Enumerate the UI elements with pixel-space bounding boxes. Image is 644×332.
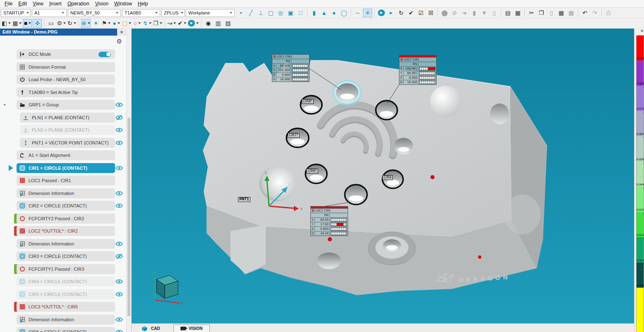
command-pill[interactable]: FCFCIRTY1 Passed : CIR3 <box>17 264 115 274</box>
menu-view[interactable]: View <box>30 0 46 7</box>
bookmark-icon[interactable]: ▮ <box>470 9 479 17</box>
dropdown-arrow-icon[interactable] <box>129 22 131 24</box>
pattern-icon[interactable]: ▦ <box>567 9 576 17</box>
command-pill[interactable]: Dimension Information <box>17 315 115 325</box>
command-row-11[interactable]: LOC1 Passed : CIR1 <box>0 176 126 185</box>
eye-visible-icon[interactable] <box>115 329 123 332</box>
torus-feature-icon[interactable]: ◯ <box>339 9 348 17</box>
command-pill[interactable]: A1 = Start Alignment <box>17 150 115 160</box>
probe-dropdown[interactable]: NEW5_BY_50 <box>68 9 121 17</box>
eye-visible-icon[interactable] <box>115 203 123 209</box>
command-pill[interactable]: PLN1 = PLANE (CONTACT) <box>20 113 115 123</box>
dropdown-arrow-icon[interactable] <box>138 22 141 24</box>
print-icon[interactable]: ⎙ <box>604 9 613 17</box>
command-row-15[interactable]: LOC2 *OUTTOL* : CIR2 <box>0 226 126 236</box>
dropdown-arrow-icon[interactable] <box>74 22 76 24</box>
dropdown-arrow-icon[interactable] <box>184 22 186 24</box>
command-row-6[interactable]: PLN1 = PLANE (CONTACT) <box>0 113 126 123</box>
command-pill[interactable]: CIR1 = CIRCLE (CONTACT) <box>17 163 115 173</box>
mark-icon[interactable]: ✔ <box>406 9 416 17</box>
command-pill[interactable]: FCFCIRTY2 Passed : CIR2 <box>17 214 115 224</box>
eye-visible-icon[interactable] <box>115 127 123 133</box>
square-slot-feature-icon[interactable]: ▣ <box>286 9 295 17</box>
command-row-7[interactable]: PLN2 = PLANE (CONTACT) <box>0 125 126 135</box>
dropdown-arrow-icon[interactable] <box>108 22 111 24</box>
gear-icon[interactable]: ⚙ <box>117 38 122 45</box>
command-row-19[interactable]: CIR4 = CIRCLE (CONTACT) <box>0 277 126 286</box>
view-orientation-icon[interactable]: ⊕ <box>81 19 91 28</box>
command-pill[interactable]: CIR6 = CIRCLE (CONTACT) <box>17 327 115 332</box>
command-row-9[interactable]: A1 = Start Alignment <box>0 150 126 160</box>
command-pill[interactable]: CIR3 = CIRCLE (CONTACT) <box>17 251 115 261</box>
dropdown-arrow-icon[interactable] <box>19 22 22 24</box>
dropdown-arrow-icon[interactable] <box>88 22 90 24</box>
pan-view-icon[interactable]: ✜ <box>33 19 42 28</box>
gage-panel-icon[interactable]: ▥ <box>214 19 223 28</box>
clip-planes-icon[interactable]: ❐ <box>153 19 163 28</box>
auto-feature-icon[interactable]: ✳ <box>363 9 372 17</box>
dropdown-arrow-icon[interactable] <box>8 22 11 24</box>
command-pill[interactable]: CIR4 = CIRCLE (CONTACT) <box>17 277 115 286</box>
eye-hidden-icon[interactable] <box>115 253 123 259</box>
cylinder-feature-icon[interactable]: ▮ <box>310 9 319 17</box>
feature-tag-pnt1[interactable]: PNT1 <box>238 197 250 202</box>
panel-scrollbar[interactable] <box>126 29 132 332</box>
dropdown-arrow-icon[interactable] <box>149 22 151 24</box>
command-pill[interactable]: Load Probe - NEW5_BY_50 <box>17 75 115 84</box>
command-row-17[interactable]: CIR3 = CIRCLE (CONTACT) <box>0 251 126 261</box>
gage-square-icon[interactable]: ▢ <box>122 19 132 28</box>
command-pill[interactable]: T1A0B0 = Set Active Tip <box>17 87 115 97</box>
point-feature-icon[interactable]: ● <box>236 9 245 17</box>
dropdown-arrow-icon[interactable] <box>173 22 176 24</box>
execute-from-cursor-icon[interactable]: ▶ <box>387 9 396 17</box>
report-panel-icon[interactable]: ▧ <box>223 19 233 28</box>
loc3-label[interactable]: LOC3 CIR5MSX80.00Y17.00Z0.000D16.40 <box>310 206 348 236</box>
command-row-21[interactable]: LOC3 *OUTTOL* : CIR5 <box>0 302 126 312</box>
menu-operation[interactable]: Operation <box>65 0 92 7</box>
comment-icon[interactable]: ▭ <box>46 19 55 28</box>
graph-analysis-icon[interactable]: ↯ <box>142 19 152 28</box>
panel-close-icon[interactable]: ✕ <box>117 29 126 36</box>
gage-circle-icon[interactable]: ○ <box>132 19 142 28</box>
command-pill[interactable]: DCC Mode <box>17 49 115 59</box>
plane-feature-icon[interactable]: ⊥ <box>256 9 265 17</box>
command-row-4[interactable]: T1A0B0 = Set Active Tip <box>0 87 126 97</box>
colorbar-close-icon[interactable]: ✕ <box>640 29 644 33</box>
tree-expand-icon[interactable]: ▾ <box>4 103 6 107</box>
tip-dropdown[interactable]: T1A0B0 <box>122 9 160 17</box>
insert-bookmark-icon[interactable]: ▼ <box>480 9 489 17</box>
workplane-dropdown[interactable]: ZPLUS <box>161 9 185 17</box>
remove-breakpoint-icon[interactable]: ⊘ <box>450 9 459 17</box>
menu-vision[interactable]: Vision <box>92 0 111 7</box>
eye-visible-icon[interactable] <box>115 317 123 322</box>
cad-translate-icon[interactable]: ◧ <box>1 19 11 28</box>
round-slot-feature-icon[interactable]: ▢ <box>266 9 275 17</box>
menu-help[interactable]: Help <box>135 0 151 7</box>
paste-icon[interactable]: ▯ <box>547 9 556 17</box>
cone-feature-icon[interactable]: ▲ <box>320 9 329 17</box>
remove-bookmark-icon[interactable]: ▯ <box>490 9 499 17</box>
dropdown-arrow-icon[interactable] <box>63 22 66 24</box>
command-row-10[interactable]: CIR1 = CIRCLE (CONTACT) <box>0 163 126 173</box>
sphere-feature-icon[interactable]: ● <box>329 9 339 17</box>
eye-visible-icon[interactable] <box>115 291 123 297</box>
command-row-8[interactable]: PNT1 = VECTOR POINT (CONTACT) <box>0 138 126 148</box>
rotate-view-icon[interactable]: ↻ <box>67 19 77 28</box>
command-pill[interactable]: LOC2 *OUTTOL* : CIR2 <box>17 226 115 236</box>
quick-feature-icon[interactable]: ⚑ <box>101 19 111 28</box>
edit-window-icon[interactable]: ▤ <box>503 9 512 17</box>
breakpoint-icon[interactable]: ⬤ <box>440 9 449 17</box>
command-pill[interactable]: CIR2 = CIRCLE (CONTACT) <box>17 201 115 211</box>
probe-path-icon[interactable]: ↝ <box>167 19 177 28</box>
command-pill[interactable]: PNT1 = VECTOR POINT (CONTACT) <box>20 138 115 148</box>
collision-detect-icon[interactable]: ✔ <box>177 19 187 28</box>
feature-tag-cir6[interactable]: CIR6* <box>306 168 318 173</box>
alignment-dropdown[interactable]: A1 <box>32 9 67 17</box>
dropdown-arrow-icon[interactable] <box>118 22 120 24</box>
menu-insert[interactable]: Insert <box>46 0 65 7</box>
command-row-1[interactable]: DCC Mode <box>0 49 126 59</box>
command-pill[interactable]: GRP1 = Group <box>17 100 115 110</box>
report-window-icon[interactable]: ▦ <box>513 9 522 17</box>
curve-feature-icon[interactable]: ∼ <box>353 9 362 17</box>
startup-dropdown[interactable]: STARTUP <box>1 9 31 17</box>
